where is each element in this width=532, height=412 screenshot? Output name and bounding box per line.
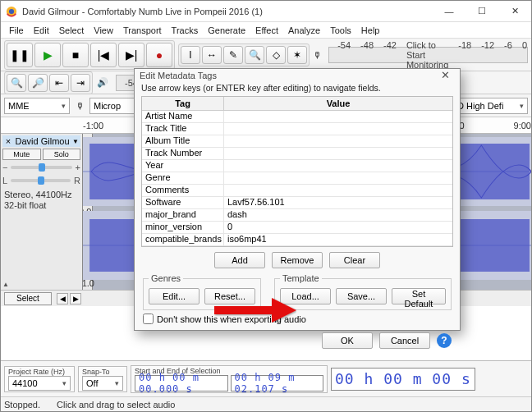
remove-button[interactable]: Remove [272, 252, 323, 268]
clear-button[interactable]: Clear [329, 252, 380, 268]
select-track-button[interactable]: Select [4, 292, 52, 305]
mute-button[interactable]: Mute [2, 149, 41, 160]
value-cell[interactable] [224, 123, 452, 135]
value-cell[interactable]: dash [224, 209, 452, 221]
dont-show-checkbox[interactable]: Don't show this when exporting audio [135, 310, 460, 327]
value-cell[interactable] [224, 160, 452, 172]
maximize-button[interactable]: ☐ [466, 1, 498, 22]
table-row[interactable]: SoftwareLavf57.56.101 [142, 197, 452, 209]
table-row[interactable]: Year [142, 160, 452, 172]
table-row[interactable]: compatible_brandsiso6mp41 [142, 234, 452, 246]
selection-tool[interactable]: I [181, 46, 200, 64]
tag-cell[interactable]: compatible_brands [142, 234, 224, 245]
tag-cell[interactable]: Track Title [142, 123, 224, 135]
tag-cell[interactable]: minor_version [142, 222, 224, 233]
add-button[interactable]: Add [214, 252, 265, 268]
tag-cell[interactable]: Software [142, 197, 224, 208]
menu-file[interactable]: File [4, 24, 29, 37]
table-row[interactable]: Genre [142, 172, 452, 185]
load-template-button[interactable]: Load... [280, 288, 331, 304]
host-dropdown[interactable]: MME [4, 98, 70, 114]
dialog-close-icon[interactable]: ✕ [435, 69, 455, 81]
menu-help[interactable]: Help [356, 24, 385, 37]
play-button[interactable]: ▶ [34, 43, 61, 67]
table-row[interactable]: major_branddash [142, 209, 452, 222]
rec-meter[interactable]: -54 -48 -42 Click to Start Monitoring -1… [328, 47, 528, 63]
value-cell[interactable] [224, 172, 452, 184]
table-row[interactable]: minor_version0 [142, 222, 452, 234]
value-cell[interactable]: Lavf57.56.101 [224, 197, 452, 208]
menu-tools[interactable]: Tools [325, 24, 356, 37]
track-title[interactable]: × David Gilmou ▼ [2, 135, 80, 147]
metadata-table[interactable]: Tag Value Artist NameTrack TitleAlbum Ti… [141, 96, 453, 247]
dont-show-input[interactable] [143, 314, 154, 324]
pan-slider[interactable]: LR [2, 175, 80, 186]
snap-dropdown[interactable]: Off [82, 376, 123, 391]
tag-cell[interactable]: Artist Name [142, 111, 224, 122]
fit-sel-icon[interactable]: ⇤ [49, 74, 69, 92]
table-buttons: Add Remove Clear [135, 247, 460, 273]
reset-genres-button[interactable]: Reset... [204, 288, 255, 304]
status-left: Stopped. [4, 400, 40, 410]
solo-button[interactable]: Solo [43, 149, 81, 160]
zoom-in-icon[interactable]: 🔍 [7, 74, 26, 92]
tag-cell[interactable]: Comments [142, 185, 224, 196]
close-button[interactable]: ✕ [498, 1, 531, 22]
multi-tool[interactable]: ✶ [287, 46, 307, 64]
table-row[interactable]: Track Title [142, 123, 452, 135]
menu-transport[interactable]: Transport [118, 24, 167, 37]
set-default-button[interactable]: Set Default [392, 288, 446, 304]
gain-slider[interactable]: −+ [2, 162, 80, 173]
sel-start-field[interactable]: 00 h 00 m 00.000 s [135, 375, 228, 391]
cancel-button[interactable]: Cancel [379, 332, 430, 349]
menu-generate[interactable]: Generate [203, 24, 250, 37]
table-row[interactable]: Artist Name [142, 111, 452, 123]
menu-view[interactable]: View [89, 24, 118, 37]
pause-button[interactable]: ❚❚ [7, 43, 33, 67]
track-close-icon[interactable]: × [4, 136, 12, 146]
value-cell[interactable] [224, 135, 452, 147]
save-template-button[interactable]: Save... [336, 288, 387, 304]
mic-mini-icon: 🎙 [313, 50, 322, 60]
sel-end-field[interactable]: 00 h 09 m 02.107 s [231, 375, 324, 391]
record-button[interactable]: ● [146, 43, 172, 67]
menu-tracks[interactable]: Tracks [167, 24, 204, 37]
value-cell[interactable] [224, 185, 452, 196]
value-cell[interactable]: iso6mp41 [224, 234, 452, 245]
transport-toolbar: ❚❚ ▶ ■ |◀ ▶| ● I ↔ ✎ 🔍 ◇ ✶ 🎙 -54 -48 -42… [1, 39, 531, 71]
track-menu-icon[interactable]: ▼ [72, 138, 79, 145]
audio-position[interactable]: 00 h 00 m 00 s [331, 368, 475, 391]
tag-cell[interactable]: Album Title [142, 135, 224, 147]
tag-cell[interactable]: major_brand [142, 209, 224, 221]
menu-edit[interactable]: Edit [29, 24, 54, 37]
draw-tool[interactable]: ✎ [223, 46, 243, 64]
value-cell[interactable] [224, 148, 452, 159]
stop-button[interactable]: ■ [62, 43, 89, 67]
zoom-out-icon[interactable]: 🔎 [28, 74, 48, 92]
zoom-tool[interactable]: 🔍 [245, 46, 264, 64]
menu-select[interactable]: Select [54, 24, 89, 37]
tag-cell[interactable]: Track Number [142, 148, 224, 159]
fit-proj-icon[interactable]: ⇥ [71, 74, 90, 92]
table-row[interactable]: Track Number [142, 148, 452, 160]
tag-cell[interactable]: Year [142, 160, 224, 172]
table-row[interactable]: Album Title [142, 135, 452, 148]
menu-analyze[interactable]: Analyze [283, 24, 325, 37]
ok-button[interactable]: OK [322, 332, 373, 349]
value-cell[interactable]: 0 [224, 222, 452, 233]
table-row[interactable]: Comments [142, 185, 452, 197]
timeshift-tool[interactable]: ◇ [266, 46, 286, 64]
help-icon[interactable]: ? [437, 333, 452, 348]
envelope-tool[interactable]: ↔ [202, 46, 222, 64]
project-rate-dropdown[interactable]: 44100 [8, 376, 71, 391]
track-collapse-icon[interactable]: ▲ [2, 281, 80, 288]
value-cell[interactable] [224, 111, 452, 122]
hscroll-arrows[interactable]: ◀▶ [57, 293, 81, 304]
tag-cell[interactable]: Genre [142, 172, 224, 184]
edit-genres-button[interactable]: Edit... [149, 288, 200, 304]
minimize-button[interactable]: — [433, 1, 466, 22]
skip-end-button[interactable]: ▶| [118, 43, 144, 67]
menu-effect[interactable]: Effect [250, 24, 283, 37]
skip-start-button[interactable]: |◀ [90, 43, 117, 67]
snap-box: Snap-To Off [78, 366, 127, 392]
